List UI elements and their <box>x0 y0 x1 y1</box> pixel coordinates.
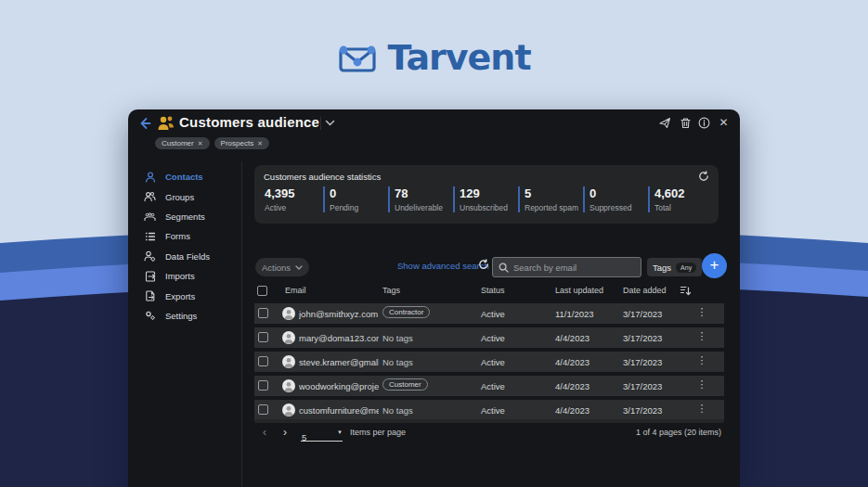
row-menu-dots-icon[interactable]: ⋮ <box>695 306 708 321</box>
avatar <box>282 379 295 392</box>
status-cell: Active <box>481 309 505 319</box>
stat-undeliverable: 78 Undeliverable <box>388 186 453 212</box>
page-size-select[interactable]: 5 ▼ <box>302 428 343 444</box>
row-checkbox[interactable] <box>258 404 268 415</box>
trash-icon[interactable] <box>680 117 692 129</box>
tag-pill: Customer <box>382 378 428 391</box>
logo-text: Tarvent <box>387 37 530 78</box>
show-advanced-search-link[interactable]: Show advanced search <box>397 261 489 271</box>
sidebar-item-imports[interactable]: Imports <box>128 266 241 286</box>
date-added-cell: 3/17/2023 <box>623 309 662 319</box>
sidebar: Contacts Groups Segments Forms Data Fiel… <box>128 167 241 326</box>
caret-down-icon: ▼ <box>337 429 343 435</box>
page-title: Customers audience <box>179 114 319 130</box>
send-icon[interactable] <box>659 117 671 129</box>
pagination-summary: 1 of 4 pages (20 items) <box>636 428 721 437</box>
forms-list-icon <box>144 230 156 242</box>
filter-chip-customer[interactable]: Customer ✕ <box>155 137 210 149</box>
refresh-icon[interactable] <box>478 259 489 270</box>
segments-icon <box>144 211 156 223</box>
stat-suppressed: 0 Suppressed <box>583 186 648 212</box>
column-header-date-added: Date added <box>623 286 667 295</box>
next-page-button[interactable]: › <box>283 426 287 439</box>
avatar <box>282 404 295 417</box>
table-row[interactable]: customfurniture@mes… No tags Active 4/4/… <box>254 400 724 420</box>
sidebar-item-data-fields[interactable]: Data Fields <box>128 247 241 266</box>
avatar <box>282 307 295 320</box>
last-updated-cell: 4/4/2023 <box>555 381 589 391</box>
sidebar-item-label: Exports <box>165 291 195 301</box>
tags-cell: No tags <box>382 333 413 343</box>
audience-people-icon <box>157 115 175 131</box>
email-cell: customfurniture@mes… <box>299 405 379 416</box>
items-per-page-label: Items per page <box>350 428 406 437</box>
column-header-status: Status <box>481 286 505 295</box>
tags-cell: No tags <box>382 405 413 416</box>
sidebar-item-forms[interactable]: Forms <box>128 226 241 246</box>
sidebar-item-groups[interactable]: Groups <box>128 186 241 206</box>
envelope-logo-icon <box>337 42 378 73</box>
sidebar-item-segments[interactable]: Segments <box>128 207 241 226</box>
email-cell: john@smithxyz.com <box>299 309 378 319</box>
row-checkbox[interactable] <box>258 380 268 391</box>
sidebar-item-settings[interactable]: Settings <box>128 306 241 326</box>
audience-window: Customers audience ✕ Customer ✕ Prospect… <box>128 109 740 487</box>
chip-remove-icon[interactable]: ✕ <box>198 140 203 147</box>
stat-pending: 0 Pending <box>323 186 388 212</box>
window-header: Customers audience ✕ <box>128 109 740 137</box>
row-checkbox[interactable] <box>258 332 268 342</box>
row-menu-dots-icon[interactable]: ⋮ <box>695 378 708 393</box>
sidebar-item-exports[interactable]: Exports <box>128 286 241 305</box>
row-checkbox[interactable] <box>258 308 268 318</box>
chip-label: Customer <box>162 139 194 147</box>
select-all-checkbox[interactable] <box>257 286 267 296</box>
page-size-underline <box>301 441 343 442</box>
previous-page-button[interactable]: ‹ <box>263 426 266 439</box>
export-icon <box>144 290 156 302</box>
sidebar-divider <box>241 161 242 487</box>
audience-switcher-chevron-down-icon[interactable] <box>325 120 335 126</box>
stat-reported-spam: 5 Reported spam <box>518 186 583 212</box>
actions-button[interactable]: Actions <box>255 258 309 276</box>
sidebar-item-label: Data Fields <box>165 251 210 262</box>
row-checkbox[interactable] <box>258 356 268 366</box>
sort-icon[interactable] <box>680 285 692 297</box>
email-cell: steve.kramer@gmallh… <box>299 357 379 367</box>
chip-label: Prospects <box>221 139 254 147</box>
close-icon[interactable]: ✕ <box>718 117 730 129</box>
row-menu-dots-icon[interactable]: ⋮ <box>695 330 708 345</box>
row-menu-dots-icon[interactable]: ⋮ <box>695 403 708 417</box>
row-menu-dots-icon[interactable]: ⋮ <box>695 354 708 369</box>
person-icon <box>144 171 156 183</box>
statistics-title: Customers audience statistics <box>264 172 381 182</box>
back-arrow-button[interactable] <box>137 116 152 131</box>
avatar <box>282 331 295 344</box>
tags-filter-button[interactable]: Tags Any <box>647 258 702 276</box>
table-row[interactable]: steve.kramer@gmallh… No tags Active 4/4/… <box>254 352 724 372</box>
table-row[interactable]: mary@doma123.com No tags Active 4/4/2023… <box>254 327 724 348</box>
chevron-down-icon <box>295 265 303 270</box>
gears-icon <box>144 310 156 322</box>
table-row[interactable]: john@smithxyz.com Contractor Active 11/1… <box>254 303 724 324</box>
table-horizontal-scrollbar[interactable] <box>254 419 724 423</box>
tag-pill: Contractor <box>382 306 430 318</box>
search-input[interactable] <box>513 263 635 273</box>
last-updated-cell: 4/4/2023 <box>555 405 589 416</box>
sidebar-item-label: Segments <box>165 211 205 222</box>
add-contact-button[interactable]: + <box>702 253 727 278</box>
table-row[interactable]: woodworking@projec… Customer Active 4/4/… <box>254 376 724 396</box>
logo: Tarvent <box>0 37 868 78</box>
last-updated-cell: 11/1/2023 <box>555 309 594 319</box>
sidebar-item-label: Imports <box>165 271 195 281</box>
stat-active: 4,395 Active <box>260 186 323 212</box>
chip-remove-icon[interactable]: ✕ <box>257 140 263 147</box>
sidebar-item-label: Contacts <box>165 172 203 182</box>
date-added-cell: 3/17/2023 <box>623 333 662 343</box>
filter-chip-prospects[interactable]: Prospects ✕ <box>214 137 269 149</box>
last-updated-cell: 4/4/2023 <box>555 333 589 343</box>
stat-total: 4,602 Total <box>648 186 713 212</box>
sidebar-item-contacts[interactable]: Contacts <box>128 167 241 186</box>
refresh-icon[interactable] <box>698 171 709 182</box>
date-added-cell: 3/17/2023 <box>623 357 662 367</box>
info-icon[interactable] <box>698 117 710 129</box>
